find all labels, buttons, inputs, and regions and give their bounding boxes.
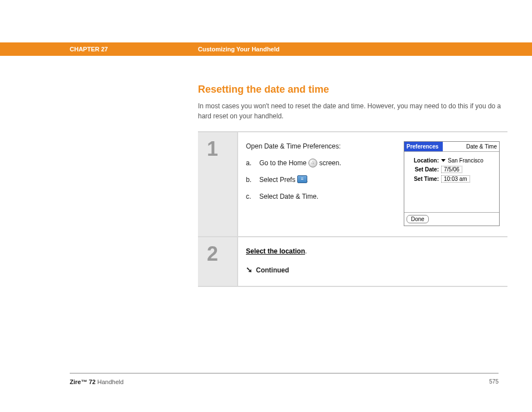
step-1-substeps: a. Go to the Home ⌂ screen. b. Select Pr… [246, 158, 393, 202]
select-location-link[interactable]: Select the location [246, 247, 305, 255]
step-1-body: Open Date & Time Preferences: a. Go to t… [237, 132, 507, 236]
substep-c: c. Select Date & Time. [246, 191, 393, 202]
chapter-label: CHAPTER 27 [70, 46, 108, 52]
ss-location-value[interactable]: San Francisco [441, 157, 483, 164]
home-icon: ⌂ [308, 159, 317, 167]
ss-location-label: Location: [409, 157, 441, 164]
header-band: CHAPTER 27 Customizing Your Handheld [0, 42, 532, 56]
prefs-icon: ≡ [297, 175, 306, 184]
step-2-period: . [305, 247, 307, 255]
continued-arrow-icon: ➘ [246, 264, 253, 276]
substep-a: a. Go to the Home ⌂ screen. [246, 158, 393, 168]
dropdown-arrow-icon [441, 159, 446, 162]
ss-body: Location: San Francisco Set Date: 7/5/06 [404, 152, 499, 212]
step-2-number-cell: 2 [198, 237, 237, 286]
content-area: Resetting the date and time In most case… [198, 84, 507, 287]
footer-brand: Zire™ 72 [70, 379, 95, 385]
ss-title-right: Date & Time [466, 143, 497, 150]
header-title: Customizing Your Handheld [198, 46, 279, 52]
ss-date-label: Set Date: [409, 166, 441, 173]
intro-text: In most cases you won't need to reset th… [198, 101, 507, 121]
footer-page-number: 575 [489, 379, 499, 385]
step-1-lead: Open Date & Time Preferences: [246, 141, 393, 151]
ss-title-left: Preferences [404, 142, 443, 151]
ss-location-text: San Francisco [448, 157, 483, 164]
footer-product-suffix: Handheld [95, 379, 123, 385]
substep-c-text: Select Date & Time. [259, 193, 318, 200]
footer-divider [70, 373, 499, 373]
step-1-row: 1 Open Date & Time Preferences: a. Go to… [198, 132, 507, 237]
step-1-text: Open Date & Time Preferences: a. Go to t… [246, 141, 393, 226]
ss-date-row: Set Date: 7/5/06 [409, 166, 495, 173]
continued-row: ➘ Continued [246, 264, 500, 276]
footer-product: Zire™ 72 Handheld [70, 379, 124, 385]
ss-location-row: Location: San Francisco [409, 157, 495, 164]
substep-b-pre: Select Prefs [259, 176, 296, 184]
step-2-number: 2 [207, 244, 218, 264]
steps-container: 1 Open Date & Time Preferences: a. Go to… [198, 131, 507, 287]
continued-label: Continued [256, 265, 289, 275]
ss-titlebar: Preferences Date & Time [404, 142, 499, 152]
step-2-text: Select the location. ➘ Continued [246, 246, 500, 276]
substep-a-pre: Go to the Home [259, 159, 307, 167]
step-2-body: Select the location. ➘ Continued [237, 237, 507, 286]
ss-time-text: 10:03 am [441, 175, 470, 183]
ss-time-row: Set Time: 10:03 am [409, 175, 495, 183]
step-2-row: 2 Select the location. ➘ Continued [198, 237, 507, 286]
done-button[interactable]: Done [407, 215, 429, 223]
ss-footer: Done [404, 212, 499, 226]
preferences-screenshot: Preferences Date & Time Location: San Fr… [404, 141, 500, 226]
section-heading: Resetting the date and time [198, 84, 507, 95]
ss-date-value[interactable]: 7/5/06 [441, 166, 462, 173]
step-1-number-cell: 1 [198, 132, 237, 236]
ss-date-text: 7/5/06 [441, 166, 462, 173]
ss-time-label: Set Time: [409, 176, 441, 182]
substep-a-post: screen. [319, 159, 341, 167]
substep-b: b. Select Prefs ≡ . [246, 175, 393, 185]
step-1-number: 1 [207, 139, 218, 159]
ss-time-value[interactable]: 10:03 am [441, 175, 470, 183]
